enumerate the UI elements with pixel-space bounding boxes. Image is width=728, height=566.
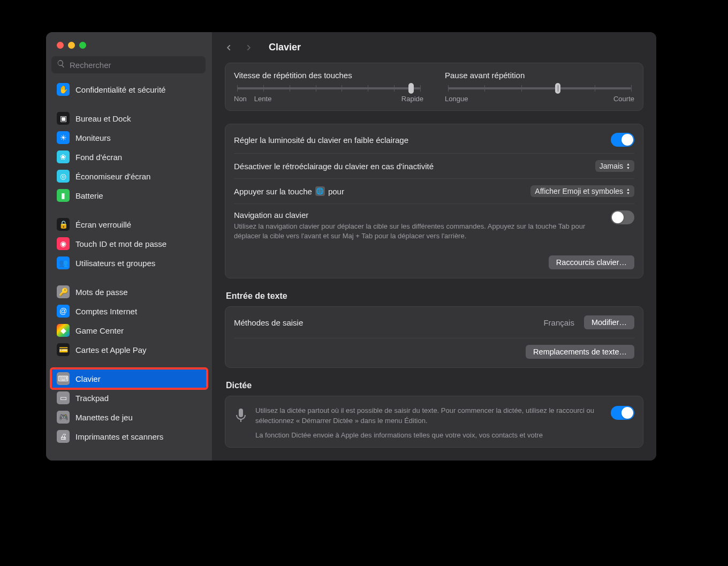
globe-key-select[interactable]: Afficher Emoji et symboles ▲▼ bbox=[530, 185, 634, 197]
search-input[interactable] bbox=[70, 61, 200, 70]
sidebar-item-displays[interactable]: ☀Moniteurs bbox=[51, 128, 207, 147]
forward-button[interactable] bbox=[243, 42, 254, 53]
sidebar-item-label: Clavier bbox=[75, 374, 101, 383]
sidebar-item-internet[interactable]: @Comptes Internet bbox=[51, 301, 207, 321]
settings-window: ✋Confidentialité et sécurité▣Bureau et D… bbox=[46, 32, 656, 461]
sidebar-item-label: Trackpad bbox=[75, 394, 109, 403]
page-title: Clavier bbox=[269, 42, 301, 53]
text-input-heading: Entrée de texte bbox=[226, 291, 643, 301]
sidebar-item-desktop[interactable]: ▣Bureau et Dock bbox=[51, 109, 207, 128]
sidebar-item-label: Utilisateurs et groupes bbox=[75, 259, 155, 268]
sidebar-item-label: Moniteurs bbox=[75, 133, 111, 142]
search-icon bbox=[57, 59, 65, 70]
sidebar-item-printers[interactable]: 🖨Imprimantes et scanners bbox=[51, 427, 207, 446]
chevron-updown-icon: ▲▼ bbox=[626, 162, 630, 170]
keyboard-nav-toggle[interactable] bbox=[611, 210, 634, 224]
sidebar-item-passwords[interactable]: 🔑Mots de passe bbox=[51, 282, 207, 301]
slider-long-label: Longue bbox=[445, 95, 468, 103]
backlight-off-select[interactable]: Jamais ▲▼ bbox=[595, 160, 634, 172]
text-replacements-button[interactable]: Remplacements de texte… bbox=[526, 345, 634, 359]
close-button[interactable] bbox=[57, 42, 64, 49]
slider-min-label: Non bbox=[234, 95, 247, 103]
sidebar-item-screensaver[interactable]: ◎Économiseur d'écran bbox=[51, 167, 207, 186]
back-button[interactable] bbox=[224, 42, 234, 53]
wallpaper-icon: ❀ bbox=[57, 150, 70, 163]
desktop-icon: ▣ bbox=[57, 112, 70, 125]
modify-input-button[interactable]: Modifier… bbox=[584, 315, 634, 329]
keyboard-options-panel: Régler la luminosité du clavier en faibl… bbox=[225, 124, 643, 278]
sidebar-item-wallpaper[interactable]: ❀Fond d'écran bbox=[51, 147, 207, 167]
sidebar-item-label: Cartes et Apple Pay bbox=[75, 345, 147, 354]
sidebar-item-label: Confidentialité et sécurité bbox=[75, 85, 165, 94]
sidebar-item-label: Mots de passe bbox=[75, 288, 128, 297]
sidebar-item-touchid[interactable]: ◉Touch ID et mot de passe bbox=[51, 234, 207, 253]
sidebar-item-label: Comptes Internet bbox=[75, 307, 137, 316]
sidebar-item-label: Bureau et Dock bbox=[75, 114, 131, 123]
zoom-button[interactable] bbox=[79, 42, 86, 49]
repeat-rate-thumb[interactable] bbox=[408, 83, 414, 94]
sidebar-item-gamectrl[interactable]: 🎮Manettes de jeu bbox=[51, 407, 207, 427]
microphone-icon bbox=[234, 406, 248, 423]
sidebar-item-label: Écran verrouillé bbox=[75, 220, 131, 229]
minimize-button[interactable] bbox=[68, 42, 75, 49]
text-input-panel: Méthodes de saisie Français Modifier… Re… bbox=[225, 306, 643, 368]
input-methods-value: Français bbox=[543, 318, 574, 327]
sidebar-item-label: Économiseur d'écran bbox=[75, 172, 150, 181]
gamecenter-icon: ◆ bbox=[57, 324, 70, 337]
highlight-frame bbox=[50, 367, 208, 390]
touchid-icon: ◉ bbox=[57, 237, 70, 250]
sidebar-item-users[interactable]: 👥Utilisateurs et groupes bbox=[51, 253, 207, 273]
sidebar-item-lockscreen[interactable]: 🔒Écran verrouillé bbox=[51, 215, 207, 234]
slider-slow-label: Lente bbox=[254, 95, 272, 103]
keyboard-shortcuts-button[interactable]: Raccourcis clavier… bbox=[549, 255, 634, 269]
lockscreen-icon: 🔒 bbox=[57, 218, 70, 231]
repeat-rate-label: Vitesse de répétition des touches bbox=[234, 71, 423, 80]
sidebar-item-label: Manettes de jeu bbox=[75, 413, 133, 422]
keyboard-nav-desc: Utilisez la navigation clavier pour dépl… bbox=[234, 222, 604, 240]
globe-key-label: Appuyer sur la touche 🌐 pour bbox=[234, 186, 344, 196]
sidebar-item-label: Fond d'écran bbox=[75, 153, 122, 162]
brightness-label: Régler la luminosité du clavier en faibl… bbox=[234, 135, 408, 145]
window-controls bbox=[46, 37, 212, 56]
screensaver-icon: ◎ bbox=[57, 170, 70, 183]
content-pane: Clavier Vitesse de répétition des touche… bbox=[212, 32, 656, 461]
slider-max-label: Rapide bbox=[401, 95, 423, 103]
brightness-toggle[interactable] bbox=[611, 133, 634, 147]
keyboard-icon: ⌨ bbox=[57, 372, 70, 385]
battery-icon: ▮ bbox=[57, 189, 70, 202]
wallet-icon: 💳 bbox=[57, 343, 70, 356]
dictation-desc-2: La fonction Dictée envoie à Apple des in… bbox=[255, 431, 603, 441]
internet-icon: @ bbox=[57, 305, 70, 318]
gamectrl-icon: 🎮 bbox=[57, 411, 70, 424]
sidebar-item-battery[interactable]: ▮Batterie bbox=[51, 186, 207, 205]
privacy-icon: ✋ bbox=[57, 83, 70, 96]
search-field[interactable] bbox=[51, 56, 206, 73]
dictation-toggle[interactable] bbox=[611, 406, 634, 420]
dictation-panel: Utilisez la dictée partout où il est pos… bbox=[225, 396, 643, 448]
sidebar-item-label: Game Center bbox=[75, 326, 124, 335]
sidebar-item-wallet[interactable]: 💳Cartes et Apple Pay bbox=[51, 340, 207, 359]
keyboard-nav-label: Navigation au clavier bbox=[234, 210, 604, 220]
sidebar-item-gamecenter[interactable]: ◆Game Center bbox=[51, 321, 207, 340]
sidebar-list: ✋Confidentialité et sécurité▣Bureau et D… bbox=[46, 80, 212, 461]
dictation-desc-1: Utilisez la dictée partout où il est pos… bbox=[255, 406, 603, 426]
globe-icon: 🌐 bbox=[315, 186, 325, 196]
printers-icon: 🖨 bbox=[57, 430, 70, 443]
titlebar: Clavier bbox=[212, 32, 656, 63]
sidebar-item-keyboard[interactable]: ⌨Clavier bbox=[51, 369, 207, 388]
delay-label: Pause avant répétition bbox=[445, 71, 634, 80]
svg-rect-0 bbox=[239, 409, 243, 417]
sidebar-item-privacy[interactable]: ✋Confidentialité et sécurité bbox=[51, 80, 207, 99]
slider-short-label: Courte bbox=[613, 95, 634, 103]
sidebar-item-trackpad[interactable]: ▭Trackpad bbox=[51, 388, 207, 407]
sidebar-item-label: Batterie bbox=[75, 191, 103, 200]
passwords-icon: 🔑 bbox=[57, 285, 70, 298]
delay-slider[interactable] bbox=[448, 87, 631, 89]
displays-icon: ☀ bbox=[57, 131, 70, 144]
trackpad-icon: ▭ bbox=[57, 391, 70, 404]
input-methods-label: Méthodes de saisie bbox=[234, 318, 303, 327]
backlight-off-label: Désactiver le rétroéclairage du clavier … bbox=[234, 162, 434, 171]
repeat-rate-slider[interactable] bbox=[237, 87, 420, 89]
content-scroll[interactable]: Vitesse de répétition des touches Non Le… bbox=[212, 63, 656, 461]
key-repeat-panel: Vitesse de répétition des touches Non Le… bbox=[225, 63, 643, 111]
